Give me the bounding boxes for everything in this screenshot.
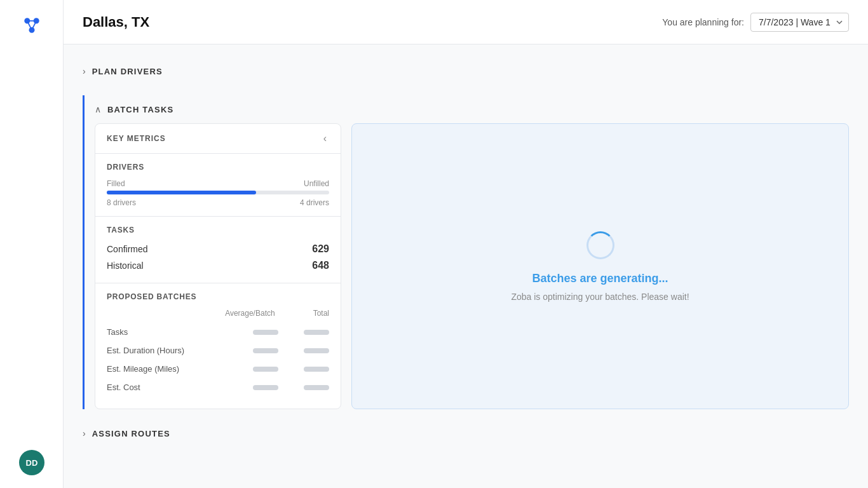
content-area: › PLAN DRIVERS ∧ BATCH TASKS KEY METRICS… xyxy=(64,44,868,488)
proposed-tasks-values xyxy=(253,330,329,335)
batch-tasks-title: BATCH TASKS xyxy=(107,105,173,114)
proposed-cost-values xyxy=(253,385,329,390)
driver-bar-labels: Filled Unfilled xyxy=(107,179,329,188)
proposed-mileage-label: Est. Mileage (Miles) xyxy=(107,364,253,374)
historical-label: Historical xyxy=(107,261,144,271)
proposed-mileage-row: Est. Mileage (Miles) xyxy=(107,360,329,378)
key-metrics-title: KEY METRICS xyxy=(107,134,166,143)
mileage-total-skeleton xyxy=(304,367,329,372)
assign-routes-header[interactable]: › ASSIGN ROUTES xyxy=(83,419,849,447)
proposed-tasks-row: Tasks xyxy=(107,323,329,341)
page-title: Dallas, TX xyxy=(83,14,149,30)
proposed-cost-row: Est. Cost xyxy=(107,378,329,396)
key-metrics-collapse-button[interactable]: ‹ xyxy=(321,133,329,144)
tasks-avg-skeleton xyxy=(253,330,278,335)
batch-tasks-chevron-icon: ∧ xyxy=(95,104,101,114)
batch-tasks-header[interactable]: ∧ BATCH TASKS xyxy=(95,95,849,123)
sidebar-logo xyxy=(19,13,44,38)
key-metrics-header: KEY METRICS ‹ xyxy=(95,124,341,154)
header-right: You are planning for: 7/7/2023 | Wave 1 xyxy=(662,13,849,32)
proposed-mileage-values xyxy=(253,367,329,372)
filled-count: 8 drivers xyxy=(107,198,136,207)
task-row-confirmed: Confirmed 629 xyxy=(107,241,329,257)
generating-card: Batches are generating... Zoba is optimi… xyxy=(351,123,849,409)
plan-drivers-header[interactable]: › PLAN DRIVERS xyxy=(83,57,849,85)
proposed-tasks-label: Tasks xyxy=(107,327,253,337)
tasks-label: TASKS xyxy=(107,226,329,234)
task-row-historical: Historical 648 xyxy=(107,257,329,274)
unfilled-count: 4 drivers xyxy=(300,198,329,207)
cards-row: KEY METRICS ‹ DRIVERS Filled Unfilled xyxy=(95,123,849,409)
confirmed-label: Confirmed xyxy=(107,244,148,254)
loading-spinner xyxy=(587,231,614,259)
proposed-header-row: Average/Batch Total xyxy=(107,309,329,318)
plan-drivers-section: › PLAN DRIVERS xyxy=(83,57,849,85)
key-metrics-card: KEY METRICS ‹ DRIVERS Filled Unfilled xyxy=(95,123,341,409)
duration-avg-skeleton xyxy=(253,348,278,353)
drivers-label: DRIVERS xyxy=(107,163,329,172)
generating-subtitle: Zoba is optimizing your batches. Please … xyxy=(511,292,689,302)
driver-progress-bar xyxy=(107,191,329,194)
plan-drivers-title: PLAN DRIVERS xyxy=(92,67,163,76)
header: Dallas, TX You are planning for: 7/7/202… xyxy=(64,0,868,44)
tasks-section: TASKS Confirmed 629 Historical 648 xyxy=(95,217,341,283)
proposed-cost-label: Est. Cost xyxy=(107,383,253,392)
driver-counts: 8 drivers 4 drivers xyxy=(107,198,329,207)
cost-total-skeleton xyxy=(304,385,329,390)
filled-label: Filled xyxy=(107,179,125,188)
proposed-batches-section: PROPOSED BATCHES Average/Batch Total Tas… xyxy=(95,283,341,405)
proposed-duration-label: Est. Duration (Hours) xyxy=(107,346,253,355)
planning-label: You are planning for: xyxy=(662,17,744,27)
tasks-total-skeleton xyxy=(304,330,329,335)
sidebar: DD xyxy=(0,0,64,488)
generating-title: Batches are generating... xyxy=(532,272,668,285)
avg-per-batch-label: Average/Batch xyxy=(225,309,275,318)
avatar[interactable]: DD xyxy=(19,450,44,475)
assign-routes-title: ASSIGN ROUTES xyxy=(92,429,170,438)
duration-total-skeleton xyxy=(304,348,329,353)
assign-routes-chevron-icon: › xyxy=(83,428,86,438)
mileage-avg-skeleton xyxy=(253,367,278,372)
batch-tasks-section: ∧ BATCH TASKS KEY METRICS ‹ DRIVERS Fill… xyxy=(83,95,849,409)
proposed-duration-values xyxy=(253,348,329,353)
drivers-section: DRIVERS Filled Unfilled 8 drivers 4 driv… xyxy=(95,154,341,217)
total-label: Total xyxy=(313,309,329,318)
plan-drivers-chevron-icon: › xyxy=(83,66,86,76)
proposed-duration-row: Est. Duration (Hours) xyxy=(107,341,329,360)
assign-routes-section: › ASSIGN ROUTES xyxy=(83,419,849,447)
unfilled-label: Unfilled xyxy=(304,179,329,188)
proposed-batches-label: PROPOSED BATCHES xyxy=(107,292,329,301)
historical-value: 648 xyxy=(312,260,329,271)
confirmed-value: 629 xyxy=(312,243,329,255)
driver-bar-filled xyxy=(107,191,256,194)
main-content: Dallas, TX You are planning for: 7/7/202… xyxy=(64,0,868,488)
cost-avg-skeleton xyxy=(253,385,278,390)
planning-select[interactable]: 7/7/2023 | Wave 1 xyxy=(750,13,849,32)
